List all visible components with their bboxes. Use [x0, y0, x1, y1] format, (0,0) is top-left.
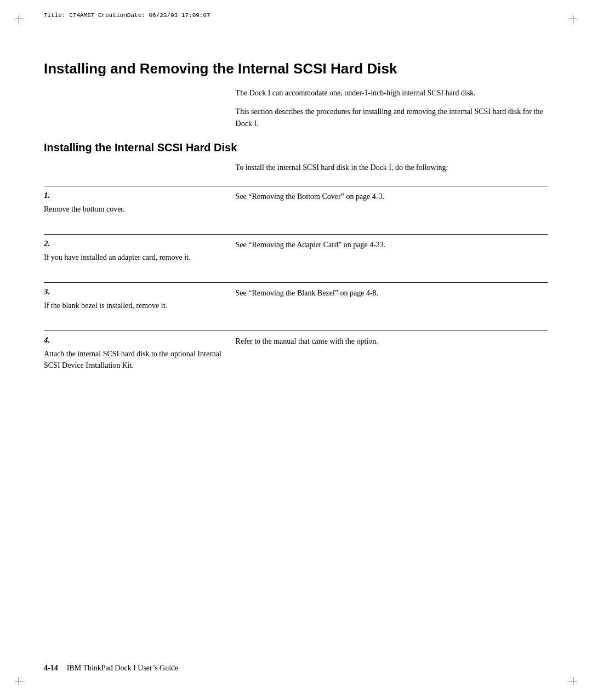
step-1-desc: Remove the bottom cover. [44, 205, 125, 213]
step-2-instruction: See “Removing the Adapter Card” on page … [236, 241, 386, 249]
sub-title: Installing the Internal SCSI Hard Disk [44, 141, 548, 154]
corner-mark-top-right [566, 15, 577, 26]
step-1-instruction: See “Removing the Bottom Cover” on page … [236, 192, 384, 201]
corner-mark-bottom-right [566, 674, 577, 685]
step-4-left: 4. Attach the internal SCSI hard disk to… [44, 335, 236, 380]
step-3-instruction: See “Removing the Blank Bezel” on page 4… [236, 289, 378, 297]
step-3-desc: If the blank bezel is installed, remove … [44, 301, 167, 310]
step-4-instruction: Refer to the manual that came with the o… [236, 337, 378, 345]
step-3-left: 3. If the blank bezel is installed, remo… [44, 287, 236, 326]
sub-intro-left-col [44, 162, 236, 180]
step-2-right: See “Removing the Adapter Card” on page … [236, 239, 548, 278]
step-4-number: 4. [44, 335, 225, 345]
step-row-2: 2. If you have installed an adapter card… [44, 234, 548, 278]
intro-para-1: The Dock I can accommodate one, under-1-… [236, 87, 548, 99]
intro-left-col [44, 87, 236, 136]
page: Title: C74AMST CreationDate: 06/23/93 17… [0, 0, 592, 700]
step-4-right: Refer to the manual that came with the o… [236, 335, 548, 380]
step-1-number: 1. [44, 191, 225, 200]
footer-page-number: 4-14 [44, 664, 58, 673]
step-2-desc: If you have installed an adapter card, r… [44, 253, 190, 261]
intro-para-2: This section describes the procedures fo… [236, 106, 548, 129]
footer-book-title: IBM ThinkPad Dock I User’s Guide [67, 664, 179, 673]
step-2-number: 2. [44, 239, 225, 248]
sub-intro-right-col: To install the internal SCSI hard disk i… [236, 162, 548, 180]
footer: 4-14 IBM ThinkPad Dock I User’s Guide [44, 664, 548, 673]
intro-right-col: The Dock I can accommodate one, under-1-… [236, 87, 548, 136]
step-4-desc: Attach the internal SCSI hard disk to th… [44, 350, 221, 369]
step-3-number: 3. [44, 287, 225, 297]
sub-intro-section: To install the internal SCSI hard disk i… [44, 162, 548, 180]
step-row-1: 1. Remove the bottom cover. See “Removin… [44, 186, 548, 230]
sub-intro-para: To install the internal SCSI hard disk i… [236, 162, 548, 174]
step-1-left: 1. Remove the bottom cover. [44, 191, 236, 230]
step-row-4: 4. Attach the internal SCSI hard disk to… [44, 331, 548, 380]
step-2-left: 2. If you have installed an adapter card… [44, 239, 236, 278]
step-row-3: 3. If the blank bezel is installed, remo… [44, 282, 548, 326]
step-1-right: See “Removing the Bottom Cover” on page … [236, 191, 548, 230]
page-metadata: Title: C74AMST CreationDate: 06/23/93 17… [44, 12, 210, 19]
intro-section: The Dock I can accommodate one, under-1-… [44, 87, 548, 136]
steps-container: 1. Remove the bottom cover. See “Removin… [44, 186, 548, 380]
step-3-right: See “Removing the Blank Bezel” on page 4… [236, 287, 548, 326]
main-title: Installing and Removing the Internal SCS… [44, 60, 548, 77]
corner-mark-top-left [15, 15, 26, 26]
main-content: Installing and Removing the Internal SCS… [44, 60, 548, 384]
corner-mark-bottom-left [15, 674, 26, 685]
